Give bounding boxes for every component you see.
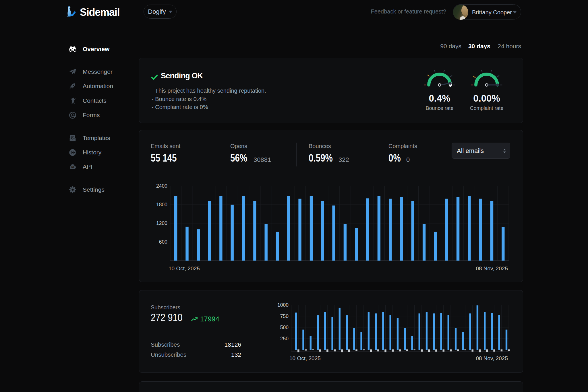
svg-text:10 Oct, 2025: 10 Oct, 2025 bbox=[289, 355, 321, 361]
svg-text:2400: 2400 bbox=[156, 183, 167, 189]
svg-text:1800: 1800 bbox=[156, 202, 167, 207]
svg-text:08 Nov, 2025: 08 Nov, 2025 bbox=[476, 265, 508, 271]
svg-text:</>: </> bbox=[71, 165, 75, 168]
svg-text:1200: 1200 bbox=[156, 220, 167, 226]
svg-text:10 Oct, 2025: 10 Oct, 2025 bbox=[169, 265, 200, 271]
svg-text:1000: 1000 bbox=[277, 302, 289, 308]
svg-text:750: 750 bbox=[280, 313, 289, 319]
svg-text:250: 250 bbox=[280, 336, 289, 341]
svg-text:600: 600 bbox=[159, 239, 167, 245]
svg-text:500: 500 bbox=[280, 325, 289, 330]
svg-text:08 Nov, 2025: 08 Nov, 2025 bbox=[476, 355, 508, 361]
